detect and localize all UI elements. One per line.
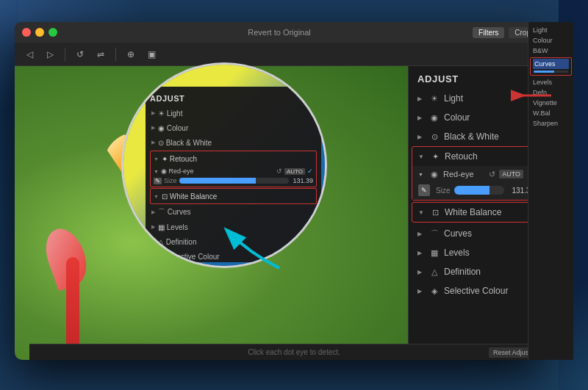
redeye-icon: ◉ bbox=[429, 169, 440, 179]
expand-arrow-levels: ▶ bbox=[417, 250, 425, 256]
toolbar-separator-2 bbox=[115, 48, 116, 61]
expand-arrow-colour: ▶ bbox=[417, 115, 425, 121]
curves-icon: ⌒ bbox=[429, 228, 440, 239]
selective-icon: ◈ bbox=[429, 286, 440, 296]
mag-wb-label: ⊡ White Balance bbox=[162, 192, 217, 201]
mag-light: ▶ ☀ Light bbox=[150, 106, 317, 120]
definition-label: Definition bbox=[444, 267, 535, 277]
mag-light-label: ☀ Light bbox=[158, 109, 182, 118]
rp-sharpen[interactable]: Sharpen bbox=[530, 118, 572, 129]
rp-highlighted-item: Curves bbox=[530, 57, 572, 76]
size-slider[interactable] bbox=[454, 186, 504, 195]
redeye-reset-icon[interactable]: ↺ bbox=[489, 170, 495, 179]
toolbar: ◁ ▷ ↺ ⇌ ⊕ ▣ bbox=[15, 43, 544, 66]
pencil-icon: ✎ bbox=[418, 184, 430, 196]
title-bar-actions: Filters Crop bbox=[473, 27, 537, 38]
mag-curves: ▶ ⌒ Curves bbox=[150, 205, 317, 220]
filters-button[interactable]: Filters bbox=[473, 27, 504, 38]
mag-levels-label: ▦ Levels bbox=[158, 223, 188, 231]
size-text: Size bbox=[436, 187, 450, 195]
mag-auto: AUTO bbox=[284, 168, 305, 175]
expand-arrow-bw: ▶ bbox=[417, 134, 425, 140]
levels-icon: ▦ bbox=[429, 248, 440, 258]
rp-curves-item[interactable]: Curves bbox=[533, 59, 569, 69]
mag-selective-label: ◈ Selective Colour bbox=[158, 253, 220, 261]
expand-arrow-curves: ▶ bbox=[417, 231, 425, 237]
rp-light[interactable]: Light bbox=[530, 25, 572, 35]
light-icon: ☀ bbox=[429, 93, 440, 104]
minimize-button[interactable] bbox=[35, 28, 44, 37]
auto-badge[interactable]: AUTO bbox=[499, 170, 523, 178]
adjust-item-definition[interactable]: ▶ △ Definition bbox=[409, 262, 544, 281]
flower bbox=[59, 257, 72, 345]
mag-adjust-title: ADJUST bbox=[150, 93, 317, 106]
wb-label: White Balance bbox=[445, 207, 531, 217]
mag-bw-label: ⊙ Black & White bbox=[158, 139, 212, 147]
bottom-bar: Click each dot eye to detect. Reset Adju… bbox=[29, 344, 544, 360]
retouch-section: ▼ ✦ Retouch ▼ ◉ Red-eye ↺ AUTO ✓ ✎ Size bbox=[412, 146, 541, 201]
mag-definition-label: △ Definition bbox=[158, 238, 196, 246]
redeye-row: ▼ ◉ Red-eye ↺ AUTO ✓ bbox=[412, 166, 540, 182]
mag-size-value: 131.39 bbox=[291, 177, 313, 184]
mag-definition: ▶ △ Definition bbox=[150, 234, 317, 249]
mag-size-slider bbox=[179, 178, 289, 184]
mag-levels: ▶ ▦ Levels bbox=[150, 220, 317, 234]
rp-colour[interactable]: Colour bbox=[530, 35, 572, 46]
bw-label: Black & White bbox=[444, 131, 535, 142]
bottom-hint: Click each dot eye to detect. bbox=[248, 348, 340, 356]
retouch-label: Retouch bbox=[445, 151, 531, 162]
zoom-icon[interactable]: ⊕ bbox=[122, 46, 140, 63]
adjust-item-selective[interactable]: ▶ ◈ Selective Colour bbox=[409, 281, 544, 300]
adjust-panel: ADJUST ▶ ☀ Light ▶ ◉ Colour ▶ ⊙ Black & … bbox=[408, 66, 544, 360]
mag-colour-label: ◉ Colour bbox=[158, 124, 188, 132]
expand-arrow-retouch: ▼ bbox=[418, 154, 426, 160]
selective-label: Selective Colour bbox=[444, 286, 535, 296]
traffic-lights bbox=[22, 28, 57, 37]
wb-icon: ⊡ bbox=[430, 207, 440, 217]
definition-icon: △ bbox=[429, 267, 440, 277]
adjust-item-bw[interactable]: ▶ ⊙ Black & White bbox=[409, 127, 544, 146]
adjust-item-retouch[interactable]: ▼ ✦ Retouch bbox=[412, 147, 540, 166]
title-bar: Revert to Original Filters Crop bbox=[15, 22, 544, 43]
mag-wb: ▼ ⊡ White Balance bbox=[151, 189, 316, 203]
mag-curves-label: ⌒ Curves bbox=[158, 207, 190, 217]
flower-stem bbox=[66, 257, 79, 345]
curves-label: Curves bbox=[444, 228, 535, 239]
redeye-label: Red-eye bbox=[443, 170, 485, 178]
magnify-panel: ADJUST ▶ ☀ Light ▶ ◉ Colour ▶ ⊙ Black & … bbox=[146, 87, 321, 262]
rp-black-white[interactable]: B&W bbox=[530, 46, 572, 56]
expand-arrow-selective: ▶ bbox=[417, 288, 425, 295]
rotate-icon[interactable]: ↺ bbox=[71, 46, 89, 63]
window-title: Revert to Original bbox=[248, 28, 311, 37]
mag-size-label: Size bbox=[164, 177, 177, 184]
mag-wb-box: ▼ ⊡ White Balance bbox=[150, 188, 317, 204]
mag-bw: ▶ ⊙ Black & White bbox=[150, 135, 317, 150]
adjust-item-wb[interactable]: ▼ ⊡ White Balance bbox=[412, 203, 540, 222]
mag-redeye-label: ◉ Red-eye bbox=[161, 167, 274, 175]
colour-label: Colour bbox=[444, 112, 535, 123]
compare-icon[interactable]: ▣ bbox=[143, 46, 160, 63]
mag-retouch-box: ▼ ✦ Retouch ▼ ◉ Red-eye ↺ AUTO ✓ ✎ Size … bbox=[150, 151, 317, 187]
back-icon[interactable]: ◁ bbox=[21, 46, 38, 63]
adjust-item-curves[interactable]: ▶ ⌒ Curves bbox=[409, 224, 544, 243]
forward-icon[interactable]: ▷ bbox=[41, 46, 59, 63]
close-button[interactable] bbox=[22, 28, 31, 37]
mag-colour: ▶ ◉ Colour bbox=[150, 120, 317, 135]
right-side-panel: Light Colour B&W Curves Levels Defn Vign… bbox=[528, 22, 573, 360]
bw-icon: ⊙ bbox=[429, 131, 440, 142]
toolbar-separator bbox=[65, 48, 65, 61]
expand-arrow-wb: ▼ bbox=[418, 209, 426, 216]
colour-icon: ◉ bbox=[429, 112, 440, 123]
mag-retouch: ▼ ✦ Retouch bbox=[151, 151, 316, 166]
levels-label: Levels bbox=[444, 248, 535, 258]
retouch-icon: ✦ bbox=[430, 151, 440, 162]
magnify-circle: ADJUST ▶ ☀ Light ▶ ◉ Colour ▶ ⊙ Black & … bbox=[121, 62, 327, 268]
mag-selective: ▶ ◈ Selective Colour bbox=[150, 249, 317, 264]
flip-icon[interactable]: ⇌ bbox=[92, 46, 110, 63]
adjust-item-levels[interactable]: ▶ ▦ Levels bbox=[409, 243, 544, 262]
mag-redeye-row: ▼ ◉ Red-eye ↺ AUTO ✓ bbox=[151, 166, 316, 176]
mag-retouch-label: ✦ Retouch bbox=[162, 155, 197, 163]
expand-arrow-light: ▶ bbox=[417, 95, 425, 102]
adjust-item-colour[interactable]: ▶ ◉ Colour bbox=[409, 108, 544, 127]
maximize-button[interactable] bbox=[49, 28, 57, 37]
